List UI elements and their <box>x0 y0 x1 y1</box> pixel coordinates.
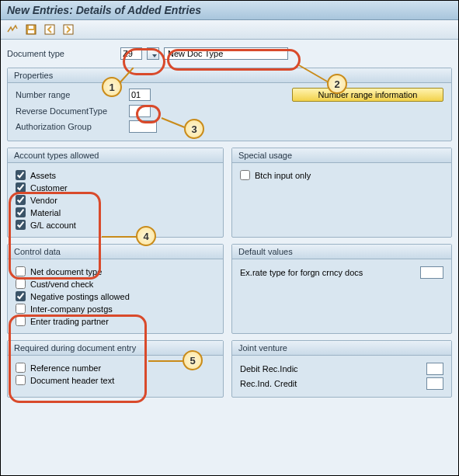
exrate-type-input[interactable] <box>420 266 443 279</box>
trading-partner-label: Enter trading partner <box>30 317 109 326</box>
svg-rect-1 <box>28 30 34 33</box>
auth-group-label: Authorization Group <box>16 122 124 131</box>
svg-rect-4 <box>64 25 73 34</box>
customer-label: Customer <box>30 183 68 193</box>
doc-header-text-checkbox[interactable] <box>16 375 26 385</box>
special-usage-header: Special usage <box>232 148 451 163</box>
inter-company-label: Inter-company postgs <box>30 304 113 314</box>
batch-input-only-label: Btch input only <box>255 171 311 180</box>
svg-rect-2 <box>29 26 33 29</box>
change-display-icon[interactable] <box>5 23 19 36</box>
number-range-info-button[interactable]: Number range information <box>292 88 443 102</box>
gl-account-label: G/L account <box>30 221 76 230</box>
svg-rect-3 <box>45 25 54 34</box>
save-icon[interactable] <box>24 23 38 36</box>
net-doc-type-checkbox[interactable] <box>16 266 26 276</box>
properties-header: Properties <box>8 68 451 83</box>
reference-number-checkbox[interactable] <box>16 363 26 373</box>
trading-partner-checkbox[interactable] <box>16 316 26 326</box>
document-type-label: Document type <box>7 49 116 58</box>
negative-postings-label: Negative postings allowed <box>30 292 130 301</box>
properties-panel: Properties Number range Number range inf… <box>7 68 452 141</box>
previous-entry-icon[interactable] <box>43 23 57 36</box>
credit-rec-input[interactable] <box>426 377 443 390</box>
control-data-header: Control data <box>8 245 223 259</box>
special-usage-panel: Special usage Btch input only <box>231 148 452 238</box>
batch-input-only-checkbox[interactable] <box>240 170 250 180</box>
debit-rec-input[interactable] <box>426 363 443 375</box>
material-checkbox[interactable] <box>16 207 26 217</box>
number-range-input[interactable] <box>129 89 151 101</box>
vendor-label: Vendor <box>30 196 57 205</box>
reverse-doctype-label: Reverse DocumentType <box>16 106 124 116</box>
account-types-panel: Account types allowed Assets Customer Ve… <box>7 148 224 238</box>
reference-number-label: Reference number <box>30 363 101 373</box>
assets-checkbox[interactable] <box>16 170 26 180</box>
number-range-label: Number range <box>16 90 124 99</box>
inter-company-checkbox[interactable] <box>16 304 26 314</box>
cust-vend-check-label: Cust/vend check <box>30 280 93 289</box>
account-types-header: Account types allowed <box>8 148 223 163</box>
content-area: Document type Properties Number range Nu… <box>1 40 458 475</box>
negative-postings-checkbox[interactable] <box>16 291 26 301</box>
vendor-checkbox[interactable] <box>16 195 26 205</box>
control-data-panel: Control data Net document type Cust/vend… <box>7 244 224 334</box>
doc-header-text-label: Document header text <box>30 376 114 385</box>
exrate-type-label: Ex.rate type for forgn crncy docs <box>240 268 363 277</box>
document-type-code-input[interactable] <box>120 47 142 60</box>
joint-venture-header: Joint venture <box>232 341 451 356</box>
cust-vend-check-checkbox[interactable] <box>16 279 26 289</box>
required-header: Required during document entry <box>8 341 223 356</box>
toolbar <box>1 20 458 40</box>
gl-account-checkbox[interactable] <box>16 220 26 230</box>
customer-checkbox[interactable] <box>16 182 26 193</box>
debit-rec-label: Debit Rec.Indic <box>240 364 298 374</box>
document-type-desc-input[interactable] <box>164 47 288 60</box>
required-panel: Required during document entry Reference… <box>7 340 224 398</box>
f4-help-icon[interactable] <box>147 47 159 60</box>
material-label: Material <box>30 208 61 217</box>
joint-venture-panel: Joint venture Debit Rec.Indic Rec.Ind. C… <box>231 340 452 398</box>
default-values-header: Default values <box>232 245 451 259</box>
auth-group-input[interactable] <box>129 120 157 133</box>
net-doc-type-label: Net document type <box>30 267 102 276</box>
assets-label: Assets <box>30 171 56 180</box>
next-entry-icon[interactable] <box>61 23 75 36</box>
window-title: New Entries: Details of Added Entries <box>1 1 458 20</box>
credit-rec-label: Rec.Ind. Credit <box>240 379 297 388</box>
reverse-doctype-input[interactable] <box>129 105 151 117</box>
default-values-panel: Default values Ex.rate type for forgn cr… <box>231 244 452 334</box>
